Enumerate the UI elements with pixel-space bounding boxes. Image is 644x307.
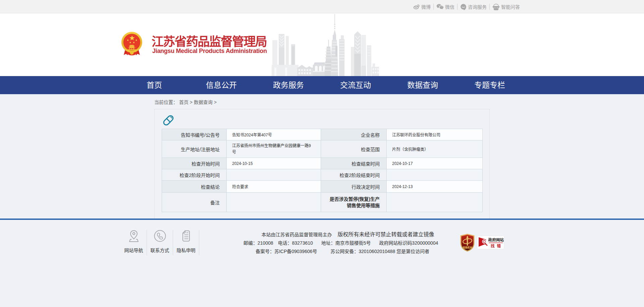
svg-text:党政机关: 党政机关	[463, 246, 472, 249]
svg-text:政府网站: 政府网站	[488, 238, 504, 242]
svg-text:找错: 找错	[491, 244, 503, 248]
